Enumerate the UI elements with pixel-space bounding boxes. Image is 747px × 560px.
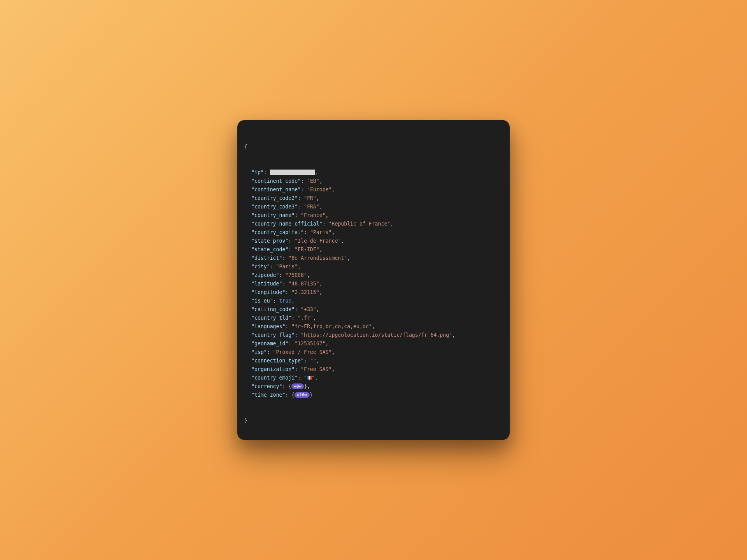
json-key: "country_code2" bbox=[251, 195, 298, 201]
comma: , bbox=[331, 349, 335, 355]
json-line: "organization": "Free SAS", bbox=[251, 365, 503, 374]
comma: , bbox=[319, 247, 323, 252]
json-key: "calling_code" bbox=[251, 306, 295, 312]
colon: : bbox=[267, 349, 273, 355]
json-value: "Paris" bbox=[310, 229, 332, 235]
json-key: "is_eu" bbox=[251, 298, 273, 304]
colon: : bbox=[295, 332, 301, 338]
json-line: "district": "8e Arrondissement", bbox=[251, 254, 503, 262]
comma: , bbox=[291, 298, 295, 304]
json-key: "geoname_id" bbox=[251, 341, 288, 346]
json-line: "latitude": "48.87135", bbox=[251, 280, 503, 288]
json-value: "75008" bbox=[285, 272, 307, 278]
json-key: "district" bbox=[251, 255, 282, 261]
comma: , bbox=[341, 238, 344, 244]
colon: : bbox=[301, 178, 307, 184]
json-line: "state_code": "FR-IDF", bbox=[251, 245, 503, 254]
comma: , bbox=[307, 383, 310, 389]
json-line: "country_name_official": "Republic of Fr… bbox=[251, 220, 503, 228]
json-value: "Proxad / Free SAS" bbox=[273, 349, 332, 355]
collapsed-object-badge[interactable]: ↔10↔ bbox=[295, 392, 310, 398]
json-key: "isp" bbox=[251, 349, 267, 355]
comma: , bbox=[316, 195, 319, 201]
colon: : bbox=[270, 264, 276, 270]
json-value: "EU" bbox=[307, 178, 319, 184]
json-key: "country_emoji" bbox=[251, 375, 298, 381]
json-line: "country_emoji": "", bbox=[251, 374, 503, 382]
colon: : bbox=[301, 187, 307, 192]
json-key: "state_prov" bbox=[251, 238, 288, 244]
json-key: "city" bbox=[251, 264, 270, 270]
comma: , bbox=[307, 272, 310, 278]
json-value: "2.32115" bbox=[291, 289, 319, 295]
comma: , bbox=[347, 255, 350, 261]
json-value-bool: true bbox=[279, 298, 291, 304]
json-line: "longitude": "2.32115", bbox=[251, 288, 503, 297]
colon: : bbox=[298, 375, 304, 381]
colon: : bbox=[298, 195, 304, 201]
json-line: "state_prov": "Ile-de-France", bbox=[251, 237, 503, 245]
comma: , bbox=[319, 289, 323, 295]
json-value: "Free SAS" bbox=[301, 366, 331, 372]
comma: , bbox=[313, 315, 316, 321]
json-key: "zipcode" bbox=[251, 272, 279, 278]
json-value: "https://ipgeolocation.io/static/flags/f… bbox=[301, 332, 452, 338]
colon: : bbox=[304, 358, 310, 364]
comma: , bbox=[331, 229, 335, 235]
json-line: "time_zone": {↔10↔} bbox=[251, 391, 503, 399]
colon: : bbox=[279, 272, 285, 278]
json-value: "" bbox=[310, 358, 316, 364]
json-line: "ip": , bbox=[251, 168, 503, 177]
comma: , bbox=[326, 341, 329, 346]
json-key: "connection_type" bbox=[251, 358, 304, 364]
json-key: "continent_code" bbox=[251, 178, 301, 184]
json-value: "+33" bbox=[301, 306, 316, 312]
comma: , bbox=[319, 178, 323, 184]
colon: : bbox=[285, 324, 291, 329]
collapsed-object-badge[interactable]: ↔8↔ bbox=[291, 383, 304, 389]
json-line: "connection_type": "", bbox=[251, 357, 503, 365]
json-line: "continent_name": "Europe", bbox=[251, 186, 503, 194]
colon: : bbox=[285, 289, 291, 295]
colon: : bbox=[288, 247, 295, 252]
json-line: "zipcode": "75008", bbox=[251, 271, 503, 280]
colon: : bbox=[282, 383, 288, 389]
json-line: "calling_code": "+33", bbox=[251, 305, 503, 314]
json-key: "country_code3" bbox=[251, 204, 298, 210]
colon: : bbox=[323, 221, 329, 227]
json-line: "country_name": "France", bbox=[251, 211, 503, 220]
comma: , bbox=[319, 281, 323, 287]
json-line: "continent_code": "EU", bbox=[251, 177, 503, 186]
colon: : bbox=[285, 392, 291, 398]
comma: , bbox=[326, 212, 329, 218]
comma: , bbox=[390, 221, 393, 227]
comma: , bbox=[298, 264, 301, 270]
json-value: ".fr" bbox=[298, 315, 313, 321]
json-line: "country_flag": "https://ipgeolocation.i… bbox=[251, 331, 503, 340]
json-line: "geoname_id": "12535167", bbox=[251, 340, 503, 348]
colon: : bbox=[295, 212, 301, 218]
json-key: "country_tld" bbox=[251, 315, 291, 321]
json-key: "currency" bbox=[251, 383, 282, 389]
json-key: "organization" bbox=[251, 366, 295, 372]
json-key: "languages" bbox=[251, 324, 285, 329]
json-value: "FRA" bbox=[304, 204, 319, 210]
json-value: "Europe" bbox=[307, 187, 332, 192]
json-key: "country_capital" bbox=[251, 229, 304, 235]
json-key: "country_flag" bbox=[251, 332, 295, 338]
colon: : bbox=[282, 255, 288, 261]
colon: : bbox=[298, 204, 304, 210]
comma: , bbox=[452, 332, 455, 338]
json-key: "continent_name" bbox=[251, 187, 301, 192]
json-value: "fr-FR,frp,br,co,ca,eu,oc" bbox=[291, 324, 372, 329]
json-key: "longitude" bbox=[251, 289, 285, 295]
json-key: "state_code" bbox=[251, 247, 288, 252]
json-value: "Paris" bbox=[276, 264, 298, 270]
json-value: "Ile-de-France" bbox=[295, 238, 341, 244]
json-line: "languages": "fr-FR,frp,br,co,ca,eu,oc", bbox=[251, 322, 503, 331]
colon: : bbox=[273, 298, 279, 304]
json-value: "France" bbox=[301, 212, 326, 218]
json-value: "FR" bbox=[304, 195, 316, 201]
colon: : bbox=[291, 315, 298, 321]
json-line: "is_eu": true, bbox=[251, 297, 503, 305]
